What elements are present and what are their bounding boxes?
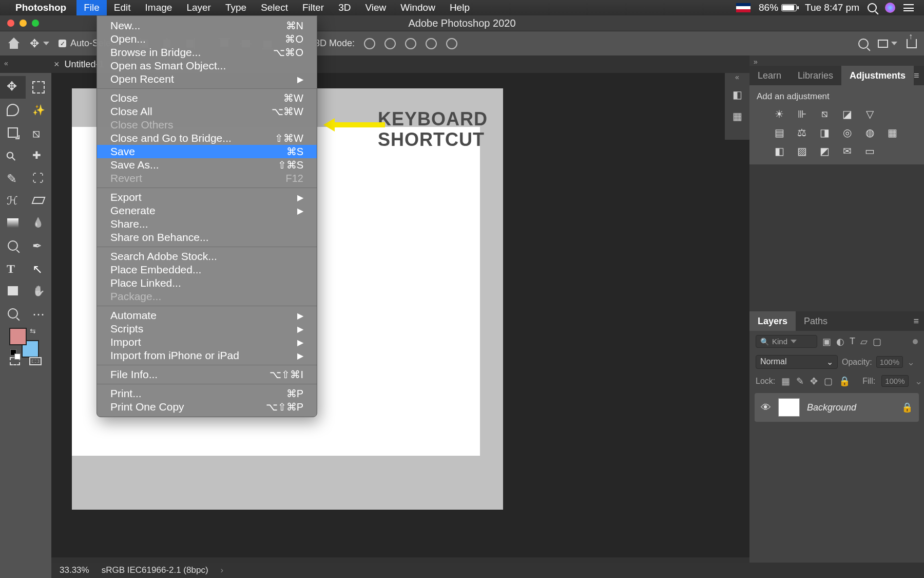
invert-icon[interactable]: ◧	[772, 145, 787, 158]
frame-tool[interactable]	[26, 121, 51, 144]
color-swatches[interactable]: ⇆	[0, 325, 51, 361]
lasso-tool[interactable]	[0, 99, 26, 121]
edit-toolbar[interactable]	[26, 302, 51, 325]
status-more-icon[interactable]: ›	[221, 565, 224, 575]
gradient-tool[interactable]	[0, 212, 26, 234]
hue-sat-icon[interactable]: ▤	[772, 126, 787, 140]
filter-pixel-icon[interactable]: ▣	[822, 336, 831, 347]
home-icon[interactable]	[7, 38, 21, 50]
menu-item-open-as-smart-object[interactable]: Open as Smart Object...	[97, 59, 317, 72]
menu-file[interactable]: File	[76, 0, 107, 15]
menu-help[interactable]: Help	[442, 0, 477, 15]
search-icon[interactable]	[858, 39, 869, 49]
clone-stamp-tool[interactable]	[26, 166, 51, 189]
menu-item-browse-in-bridge[interactable]: Browse in Bridge...⌥⌘O	[97, 46, 317, 59]
menu-filter[interactable]: Filter	[295, 0, 331, 15]
zoom-level[interactable]: 33.33%	[60, 565, 89, 575]
menu-item-new[interactable]: New...⌘N	[97, 19, 317, 32]
collapse-dock-icon[interactable]: «	[725, 73, 749, 81]
color-panel-icon[interactable]: ◧	[729, 88, 745, 103]
color-profile[interactable]: sRGB IEC61966-2.1 (8bpc)	[102, 565, 208, 575]
collapse-toolbar-icon[interactable]: «	[4, 59, 8, 67]
zoom-3d-icon[interactable]	[446, 38, 457, 49]
orbit-3d-icon[interactable]	[364, 38, 375, 49]
panel-menu-icon[interactable]: ≡	[914, 70, 919, 81]
curves-icon[interactable]: ⧅	[817, 108, 832, 121]
lock-pixels-icon[interactable]: ✎	[796, 376, 804, 387]
threshold-icon[interactable]: ◩	[817, 145, 832, 158]
share-icon[interactable]	[907, 39, 917, 48]
fill-value[interactable]: 100%	[881, 375, 908, 387]
clock[interactable]: Tue 8:47 pm	[805, 2, 859, 13]
menu-image[interactable]: Image	[138, 0, 180, 15]
close-tab-icon[interactable]: ×	[54, 59, 60, 70]
bw-icon[interactable]: ◨	[817, 126, 832, 140]
menu-window[interactable]: Window	[393, 0, 442, 15]
screen-mode-icon[interactable]	[29, 357, 42, 365]
layer-filter-kind[interactable]: 🔍 Kind	[756, 335, 817, 348]
filter-type-icon[interactable]: T	[850, 336, 855, 347]
tab-layers[interactable]: Layers	[749, 311, 796, 331]
menu-type[interactable]: Type	[218, 0, 254, 15]
layer-name[interactable]: Background	[807, 402, 894, 413]
color-lookup-icon[interactable]: ▦	[884, 126, 900, 140]
tab-learn[interactable]: Learn	[749, 66, 790, 85]
pen-tool[interactable]	[26, 234, 51, 257]
levels-icon[interactable]: ⊪	[794, 108, 810, 121]
channel-mixer-icon[interactable]: ◍	[862, 126, 877, 140]
layer-row-background[interactable]: 👁 Background 🔒	[755, 393, 919, 422]
exposure-icon[interactable]: ◪	[839, 108, 855, 121]
move-tool[interactable]	[0, 76, 26, 99]
menu-item-close-all[interactable]: Close All⌥⌘W	[97, 105, 317, 118]
selective-color-icon[interactable]: ✉	[839, 145, 855, 158]
control-center-icon[interactable]	[903, 4, 914, 11]
blur-tool[interactable]	[26, 212, 51, 234]
menu-item-share-on-behance[interactable]: Share on Behance...	[97, 231, 317, 244]
lock-artboard-icon[interactable]: ▢	[824, 376, 833, 387]
lock-all-icon[interactable]: 🔒	[839, 376, 850, 387]
zoom-tool[interactable]	[0, 302, 26, 325]
brightness-contrast-icon[interactable]: ☀	[772, 108, 787, 121]
tab-adjustments[interactable]: Adjustments	[841, 66, 914, 85]
type-tool[interactable]	[0, 257, 26, 279]
menu-item-close[interactable]: Close⌘W	[97, 91, 317, 105]
menu-item-import-from-iphone-or-ipad[interactable]: Import from iPhone or iPad▶	[97, 349, 317, 362]
flag-icon[interactable]	[736, 3, 750, 12]
menu-item-save-as[interactable]: Save As...⇧⌘S	[97, 158, 317, 172]
posterize-icon[interactable]: ▨	[794, 145, 810, 158]
menu-item-automate[interactable]: Automate▶	[97, 309, 317, 322]
filter-adjustment-icon[interactable]: ◐	[836, 336, 844, 347]
visibility-icon[interactable]: 👁	[761, 402, 771, 414]
collapse-panels-icon[interactable]: »	[749, 55, 924, 66]
foreground-color[interactable]	[9, 328, 27, 345]
workspace-picker[interactable]	[878, 40, 897, 48]
menu-item-search-adobe-stock[interactable]: Search Adobe Stock...	[97, 250, 317, 263]
filter-shape-icon[interactable]: ▱	[860, 336, 868, 347]
menu-view[interactable]: View	[358, 0, 393, 15]
menu-item-scripts[interactable]: Scripts▶	[97, 322, 317, 335]
vibrance-icon[interactable]: ▽	[862, 108, 877, 121]
menu-item-open[interactable]: Open...⌘O	[97, 32, 317, 46]
menu-item-file-info[interactable]: File Info...⌥⇧⌘I	[97, 368, 317, 381]
lock-position-icon[interactable]: ✥	[810, 376, 818, 387]
brush-tool[interactable]	[0, 166, 26, 189]
menu-item-generate[interactable]: Generate▶	[97, 204, 317, 217]
minimize-window-button[interactable]	[20, 20, 27, 27]
menu-item-place-linked[interactable]: Place Linked...	[97, 276, 317, 290]
default-colors-icon[interactable]	[10, 349, 18, 358]
menu-select[interactable]: Select	[254, 0, 295, 15]
crop-tool[interactable]	[0, 121, 26, 144]
menu-item-open-recent[interactable]: Open Recent▶	[97, 72, 317, 86]
tool-preset-move[interactable]: ✥	[30, 37, 49, 50]
swap-colors-icon[interactable]: ⇆	[30, 327, 36, 335]
tab-libraries[interactable]: Libraries	[790, 66, 841, 85]
filter-smart-icon[interactable]: ▢	[873, 336, 881, 347]
quick-select-tool[interactable]	[26, 99, 51, 121]
maximize-window-button[interactable]	[32, 20, 39, 27]
menu-layer[interactable]: Layer	[179, 0, 218, 15]
lock-transparent-icon[interactable]: ▦	[781, 376, 790, 387]
path-select-tool[interactable]	[26, 257, 51, 279]
filter-toggle-icon[interactable]	[913, 339, 918, 344]
menu-3d[interactable]: 3D	[331, 0, 358, 15]
menu-item-print-one-copy[interactable]: Print One Copy⌥⇧⌘P	[97, 400, 317, 414]
